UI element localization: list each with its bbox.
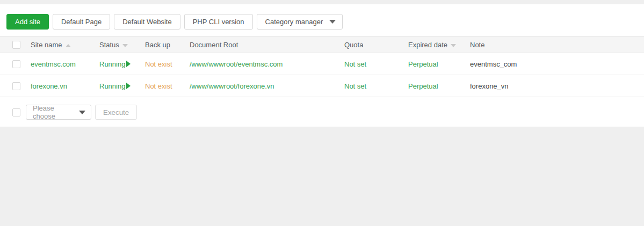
play-icon[interactable] [126, 61, 131, 67]
column-header-expired-date[interactable]: Expired date [408, 37, 470, 53]
note-header-label: Note [470, 41, 484, 49]
table-header-row: Site name Status Back up Document Root Q… [0, 37, 644, 53]
note-text: forexone_vn [470, 82, 509, 90]
site-list-panel: Add site Default Page Default Website PH… [0, 4, 644, 127]
quota-link[interactable]: Not set [344, 82, 366, 90]
expired-date-link[interactable]: Perpetual [408, 60, 438, 68]
column-header-status[interactable]: Status [99, 37, 145, 53]
note-text: eventmsc_com [470, 60, 517, 68]
page-background [0, 127, 644, 225]
quota-link[interactable]: Not set [344, 60, 366, 68]
sites-table: Site name Status Back up Document Root Q… [0, 36, 644, 97]
sort-descending-icon [451, 44, 456, 47]
document-root-link[interactable]: /www/wwwroot/forexone.vn [190, 82, 274, 90]
chevron-down-icon [79, 111, 85, 114]
batch-action-dropdown[interactable]: Please choose [26, 105, 91, 120]
add-site-button[interactable]: Add site [6, 14, 49, 30]
expired-date-header-label: Expired date [408, 41, 447, 49]
backup-header-label: Back up [145, 41, 170, 49]
category-manager-label: Category manager [265, 18, 323, 26]
backup-status-link[interactable]: Not exist [145, 60, 172, 68]
column-header-backup[interactable]: Back up [145, 37, 190, 53]
quota-header-label: Quota [344, 41, 363, 49]
chevron-down-icon [329, 20, 336, 24]
sort-ascending-icon [66, 44, 71, 47]
php-cli-version-button[interactable]: PHP CLI version [184, 14, 253, 30]
site-name-link[interactable]: eventmsc.com [31, 60, 76, 68]
play-icon[interactable] [126, 83, 131, 89]
execute-button[interactable]: Execute [95, 105, 137, 120]
status-text[interactable]: Running [99, 82, 125, 90]
row-checkbox[interactable] [12, 60, 20, 68]
backup-status-link[interactable]: Not exist [145, 82, 172, 90]
site-name-header-label: Site name [31, 41, 62, 49]
document-root-header-label: Document Root [190, 41, 238, 49]
batch-action-placeholder: Please choose [33, 104, 75, 120]
site-name-link[interactable]: forexone.vn [31, 82, 67, 90]
table-row: forexone.vn Running Not exist /www/wwwro… [0, 75, 644, 97]
default-website-button[interactable]: Default Website [114, 14, 180, 30]
batch-action-bar: Please choose Execute [12, 105, 644, 120]
column-header-document-root[interactable]: Document Root [190, 37, 344, 53]
select-all-checkbox[interactable] [12, 41, 20, 49]
expired-date-link[interactable]: Perpetual [408, 82, 438, 90]
sort-descending-icon [122, 44, 128, 47]
document-root-link[interactable]: /www/wwwroot/eventmsc.com [190, 60, 283, 68]
batch-select-all-checkbox[interactable] [12, 108, 20, 116]
column-header-note[interactable]: Note [470, 37, 644, 53]
table-row: eventmsc.com Running Not exist /www/wwwr… [0, 53, 644, 75]
default-page-button[interactable]: Default Page [53, 14, 110, 30]
status-text[interactable]: Running [99, 60, 125, 68]
status-header-label: Status [99, 41, 119, 49]
page-top-margin [0, 0, 644, 4]
category-manager-dropdown[interactable]: Category manager [257, 14, 343, 30]
toolbar: Add site Default Page Default Website PH… [0, 4, 644, 36]
column-header-quota[interactable]: Quota [344, 37, 408, 53]
column-header-site-name[interactable]: Site name [31, 37, 99, 53]
row-checkbox[interactable] [12, 82, 20, 90]
